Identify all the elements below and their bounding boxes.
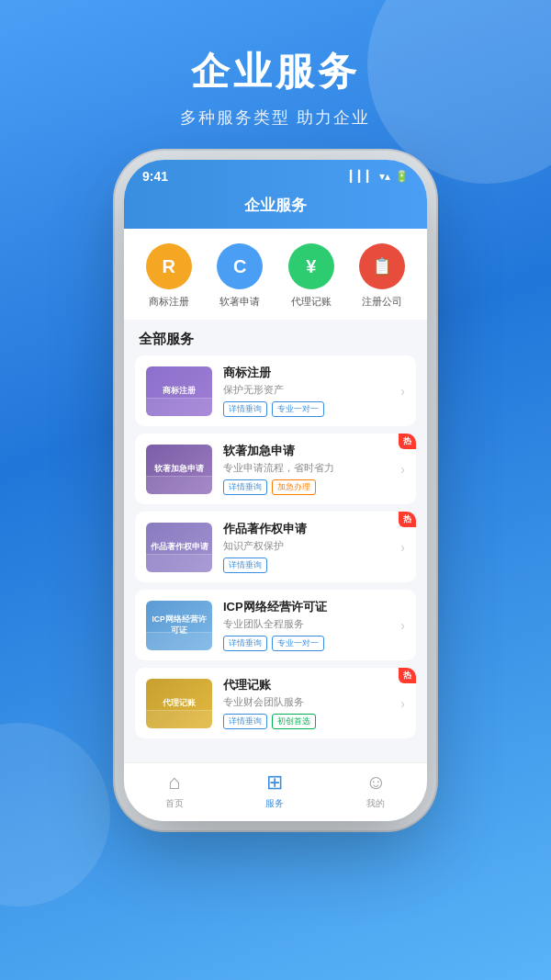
service-item-icp[interactable]: ICP网络经营许可证 ICP网络经营许可证 专业团队全程服务 详情垂询 专业一对… xyxy=(135,590,416,660)
service-item-accounting[interactable]: 热 代理记账 代理记账 专业财会团队服务 详情垂询 初创首选 › xyxy=(135,668,416,738)
service-name-software: 软著加急申请 xyxy=(223,443,389,459)
service-name-accounting: 代理记账 xyxy=(223,677,389,693)
hot-badge-accounting: 热 xyxy=(399,668,416,683)
app-header: 企业服务 xyxy=(124,189,427,229)
app-header-title: 企业服务 xyxy=(244,197,307,214)
service-label: 服务 xyxy=(265,797,284,810)
chevron-icon-icp: › xyxy=(400,618,405,633)
tag-startup: 初创首选 xyxy=(272,714,316,729)
service-thumb-text-icp: ICP网络经营许可证 xyxy=(150,614,208,635)
tag-inquiry-copy: 详情垂询 xyxy=(223,558,267,573)
home-label: 首页 xyxy=(165,797,184,810)
tag-inquiry-acc: 详情垂询 xyxy=(223,714,267,729)
service-item-trademark[interactable]: 商标注册 商标注册 保护无形资产 详情垂询 专业一对一 › xyxy=(135,355,416,426)
service-name-copyright: 作品著作权申请 xyxy=(223,521,389,537)
thumb-overlay xyxy=(146,398,212,416)
profile-icon: ☺ xyxy=(365,771,386,794)
service-desc-software: 专业申请流程，省时省力 xyxy=(223,461,389,475)
section-title: 全部服务 xyxy=(124,320,427,355)
service-info-accounting: 代理记账 专业财会团队服务 详情垂询 初创首选 xyxy=(223,677,389,729)
nav-item-profile[interactable]: ☺ 我的 xyxy=(365,771,386,810)
trademark-label: 商标注册 xyxy=(149,295,189,309)
software-label: 软著申请 xyxy=(219,295,260,309)
phone-mockup: 9:41 ▎▎▎ ▾▴ 🔋 企业服务 R 商标注册 C 软著申请 ¥ 代理记账 xyxy=(124,160,427,821)
hero-section: 企业服务 多种服务类型 助力企业 xyxy=(0,0,551,151)
agency-icon: ¥ xyxy=(288,243,334,289)
home-icon: ⌂ xyxy=(168,771,180,794)
company-icon: 📋 xyxy=(359,243,405,289)
tag-inquiry-icp: 详情垂询 xyxy=(223,636,267,651)
quick-item-software[interactable]: C 软著申请 xyxy=(217,243,263,309)
service-thumb-text-trademark: 商标注册 xyxy=(163,386,196,396)
service-section: 全部服务 商标注册 商标注册 保护无形资产 详情垂询 专业一对一 xyxy=(124,320,427,762)
chevron-icon: › xyxy=(400,384,405,399)
status-bar: 9:41 ▎▎▎ ▾▴ 🔋 xyxy=(124,160,427,189)
service-item-copyright[interactable]: 热 作品著作权申请 作品著作权申请 知识产权保护 详情垂询 › xyxy=(135,512,416,582)
trademark-icon: R xyxy=(146,243,192,289)
bottom-nav: ⌂ 首页 ⊞ 服务 ☺ 我的 xyxy=(124,762,427,821)
tag-inquiry-soft: 详情垂询 xyxy=(223,479,267,495)
status-icons: ▎▎▎ ▾▴ 🔋 xyxy=(350,170,409,183)
thumb-overlay xyxy=(146,476,212,494)
nav-item-home[interactable]: ⌂ 首页 xyxy=(165,771,184,810)
agency-label: 代理记账 xyxy=(291,295,332,309)
company-label: 注册公司 xyxy=(362,295,402,309)
chevron-icon-copy: › xyxy=(400,540,405,555)
service-tags-accounting: 详情垂询 初创首选 xyxy=(223,714,389,729)
tag-professional-icp: 专业一对一 xyxy=(272,636,324,651)
battery-icon: 🔋 xyxy=(395,170,409,183)
thumb-overlay-acc xyxy=(146,710,212,728)
hero-subtitle: 多种服务类型 助力企业 xyxy=(0,107,551,129)
service-thumb-text-software: 软著加急申请 xyxy=(154,464,204,474)
quick-menu: R 商标注册 C 软著申请 ¥ 代理记账 📋 注册公司 xyxy=(124,229,427,320)
service-tags-copyright: 详情垂询 xyxy=(223,558,389,573)
service-info-copyright: 作品著作权申请 知识产权保护 详情垂询 xyxy=(223,521,389,573)
service-info-trademark: 商标注册 保护无形资产 详情垂询 专业一对一 xyxy=(223,365,389,417)
wifi-icon: ▾▴ xyxy=(379,170,390,183)
quick-item-company[interactable]: 📋 注册公司 xyxy=(359,243,405,309)
service-thumb-copyright: 作品著作权申请 xyxy=(146,523,212,572)
service-thumb-text-accounting: 代理记账 xyxy=(163,698,196,708)
service-desc-icp: 专业团队全程服务 xyxy=(223,617,389,631)
tag-professional: 专业一对一 xyxy=(272,401,324,417)
service-desc-copyright: 知识产权保护 xyxy=(223,539,389,553)
service-list: 商标注册 商标注册 保护无形资产 详情垂询 专业一对一 › xyxy=(124,355,427,762)
service-icon: ⊞ xyxy=(266,771,283,794)
service-info-software: 软著加急申请 专业申请流程，省时省力 详情垂询 加急办理 xyxy=(223,443,389,495)
service-thumb-accounting: 代理记账 xyxy=(146,679,212,728)
service-item-software[interactable]: 热 软著加急申请 软著加急申请 专业申请流程，省时省力 详情垂询 加急办理 › xyxy=(135,434,416,504)
service-thumb-text-copyright: 作品著作权申请 xyxy=(151,542,208,552)
quick-item-trademark[interactable]: R 商标注册 xyxy=(146,243,192,309)
profile-label: 我的 xyxy=(366,797,385,810)
nav-item-service[interactable]: ⊞ 服务 xyxy=(265,771,284,810)
service-thumb-trademark: 商标注册 xyxy=(146,366,212,416)
service-thumb-software: 软著加急申请 xyxy=(146,445,212,494)
tag-inquiry: 详情垂询 xyxy=(223,401,267,417)
service-desc-trademark: 保护无形资产 xyxy=(223,383,389,397)
hot-badge-copyright: 热 xyxy=(399,512,416,527)
service-info-icp: ICP网络经营许可证 专业团队全程服务 详情垂询 专业一对一 xyxy=(223,599,389,651)
service-desc-accounting: 专业财会团队服务 xyxy=(223,695,389,709)
software-icon: C xyxy=(217,243,263,289)
service-tags-trademark: 详情垂询 专业一对一 xyxy=(223,401,389,417)
service-name-trademark: 商标注册 xyxy=(223,365,389,381)
tag-urgent: 加急办理 xyxy=(272,479,316,495)
bg-circle-bottom xyxy=(0,723,110,907)
service-thumb-icp: ICP网络经营许可证 xyxy=(146,601,212,650)
service-tags-software: 详情垂询 加急办理 xyxy=(223,479,389,495)
hero-title: 企业服务 xyxy=(0,46,551,97)
status-time: 9:41 xyxy=(142,169,168,184)
signal-icon: ▎▎▎ xyxy=(350,170,375,183)
chevron-icon-soft: › xyxy=(400,462,405,477)
hot-badge-software: 热 xyxy=(399,434,416,449)
thumb-overlay-copy xyxy=(146,554,212,572)
phone-screen: 9:41 ▎▎▎ ▾▴ 🔋 企业服务 R 商标注册 C 软著申请 ¥ 代理记账 xyxy=(124,160,427,821)
service-tags-icp: 详情垂询 专业一对一 xyxy=(223,636,389,651)
service-name-icp: ICP网络经营许可证 xyxy=(223,599,389,615)
quick-item-agency[interactable]: ¥ 代理记账 xyxy=(288,243,334,309)
chevron-icon-acc: › xyxy=(400,696,405,711)
